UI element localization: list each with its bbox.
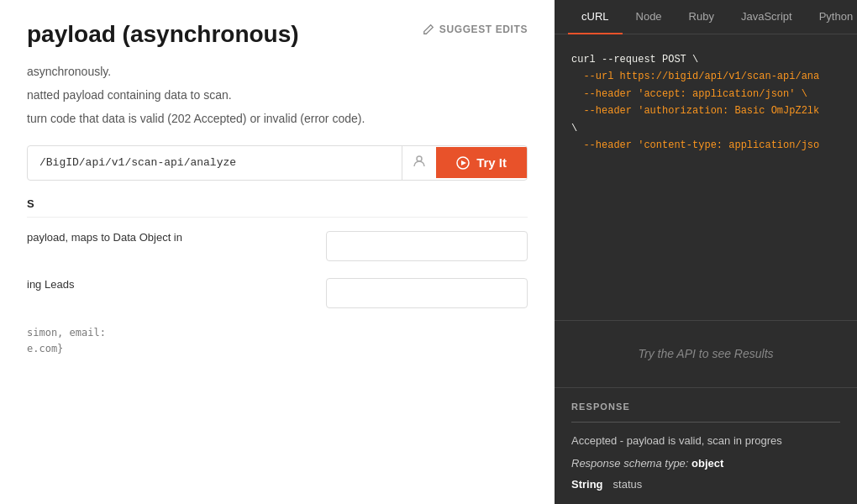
- svg-point-0: [417, 156, 422, 161]
- response-field: String status: [571, 478, 840, 491]
- code-line-3: --header 'accept: application/json' \: [571, 86, 840, 102]
- description-line-2: natted payload containing data to scan.: [27, 86, 528, 104]
- tab-python[interactable]: Python: [806, 0, 857, 34]
- left-panel: payload (asynchronous) SUGGEST EDITS asy…: [0, 0, 555, 504]
- code-line-6: --header 'content-type: application/jso: [571, 137, 840, 154]
- tab-curl[interactable]: cURL: [568, 0, 623, 34]
- example-line-1: simon, email:: [27, 327, 106, 339]
- edit-icon: [423, 24, 434, 35]
- try-it-label: Try It: [476, 155, 507, 170]
- page-title: payload (asynchronous): [27, 20, 299, 49]
- header-row: payload (asynchronous) SUGGEST EDITS: [27, 20, 528, 49]
- code-line-5: \: [571, 120, 840, 137]
- response-label: RESPONSE: [571, 402, 840, 412]
- response-section: RESPONSE Accepted - payload is valid, sc…: [555, 387, 857, 505]
- code-line-2: --url https://bigid/api/v1/scan-api/ana: [571, 68, 840, 85]
- user-icon[interactable]: [402, 146, 436, 180]
- response-schema: Response schema type: object: [571, 457, 840, 470]
- param-input-1[interactable]: [326, 231, 528, 261]
- param-left-2: ing Leads: [27, 278, 313, 294]
- schema-prefix: Response schema type:: [571, 457, 691, 470]
- param-input-2[interactable]: [326, 278, 528, 308]
- try-it-button[interactable]: Try It: [436, 147, 527, 178]
- results-area: Try the API to see Results: [555, 320, 857, 387]
- param-name-2: ing Leads: [27, 278, 313, 291]
- code-block: curl --request POST \ --url https://bigi…: [555, 34, 857, 320]
- param-left-1: payload, maps to Data Object in: [27, 231, 313, 247]
- description-line-1: asynchronously.: [27, 62, 528, 81]
- language-tabs: cURL Node Ruby JavaScript Python: [555, 0, 857, 34]
- results-placeholder: Try the API to see Results: [638, 347, 773, 360]
- suggest-edits-label: SUGGEST EDITS: [439, 24, 528, 35]
- code-line-4: --header 'authorization: Basic OmJpZ2lk: [571, 102, 840, 119]
- url-bar: Try It: [27, 145, 528, 181]
- params-section-label: S: [27, 197, 528, 218]
- right-panel: cURL Node Ruby JavaScript Python curl --…: [555, 0, 857, 504]
- response-description: Accepted - payload is valid, scan in pro…: [571, 433, 840, 449]
- response-divider: [571, 422, 840, 423]
- field-type: String: [571, 478, 603, 491]
- tab-ruby[interactable]: Ruby: [676, 0, 728, 34]
- example-text: simon, email: e.com}: [27, 325, 528, 357]
- schema-type: object: [691, 457, 723, 470]
- description-line-3: turn code that data is valid (202 Accept…: [27, 109, 528, 128]
- param-name-1: payload, maps to Data Object in: [27, 231, 313, 244]
- tab-javascript[interactable]: JavaScript: [728, 0, 806, 34]
- field-name: status: [613, 478, 643, 491]
- tab-node[interactable]: Node: [623, 0, 676, 34]
- param-row-1: payload, maps to Data Object in: [27, 231, 528, 261]
- svg-marker-2: [461, 160, 466, 165]
- code-line-1: curl --request POST \: [571, 51, 840, 68]
- param-row-2: ing Leads: [27, 278, 528, 308]
- suggest-edits-button[interactable]: SUGGEST EDITS: [423, 20, 528, 39]
- example-line-2: e.com}: [27, 343, 63, 354]
- url-input[interactable]: [28, 148, 402, 177]
- play-icon: [456, 156, 470, 170]
